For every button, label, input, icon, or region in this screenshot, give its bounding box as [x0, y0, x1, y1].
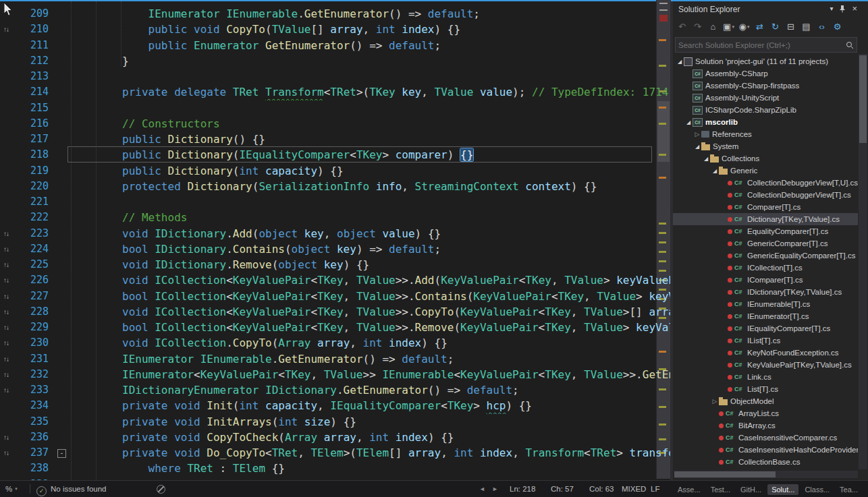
implements-indicator-icon[interactable]: ↑↓: [3, 25, 9, 34]
code-line[interactable]: [70, 100, 655, 116]
tree-item[interactable]: C#CaseInsensitiveComparer.cs: [673, 432, 858, 444]
implements-indicator-icon[interactable]: ↑↓: [3, 260, 9, 270]
show-all-files-icon[interactable]: ▤: [800, 20, 813, 34]
code-line[interactable]: [70, 194, 655, 210]
implements-indicator-icon[interactable]: ↑↓: [3, 355, 9, 364]
tree-item[interactable]: C#IList[T].cs: [673, 334, 858, 347]
search-icon[interactable]: [846, 41, 854, 49]
tree-item[interactable]: C#IComparer[T].cs: [673, 274, 858, 286]
code-line[interactable]: bool IDictionary.Contains(object key) =>…: [70, 241, 670, 257]
search-input[interactable]: [676, 41, 846, 49]
code-line[interactable]: public Enumerator GetEnumerator() => def…: [70, 38, 670, 53]
expanded-arrow-icon[interactable]: ◢: [702, 156, 710, 162]
expanded-arrow-icon[interactable]: ◢: [693, 144, 701, 150]
code-line[interactable]: void IDictionary.Remove(object key) {}: [70, 257, 670, 272]
tree-horizontal-scrollbar[interactable]: [674, 471, 858, 478]
code-line[interactable]: where TRet : TElem {}: [70, 461, 670, 476]
tree-item[interactable]: C#IEnumerator[T].cs: [673, 310, 858, 322]
line-number[interactable]: 232: [16, 367, 49, 382]
tool-window-tab[interactable]: Solut...: [767, 484, 798, 495]
code-line[interactable]: bool ICollection<KeyValuePair<TKey, TVal…: [70, 289, 670, 304]
collapsed-arrow-icon[interactable]: ▷: [711, 398, 719, 405]
line-number[interactable]: 215: [16, 100, 49, 116]
tree-item[interactable]: C#GenericEqualityComparer[T].cs: [673, 250, 858, 262]
code-line[interactable]: void IDictionary.Add(object key, object …: [70, 226, 670, 241]
line-number[interactable]: 211: [16, 38, 49, 53]
collapse-all-icon[interactable]: ⊟: [784, 20, 797, 34]
implements-indicator-icon[interactable]: ↑↓: [3, 245, 9, 254]
line-number[interactable]: 235: [16, 414, 49, 430]
line-number[interactable]: 237: [16, 445, 49, 461]
scrollbar-thumb[interactable]: [674, 471, 776, 477]
implements-indicator-icon[interactable]: ↑↓: [3, 339, 9, 348]
code-line[interactable]: IEnumerator<KeyValuePair<TKey, TValue>> …: [70, 367, 670, 382]
window-position-icon[interactable]: ▾: [830, 5, 833, 12]
implements-indicator-icon[interactable]: ↑↓: [3, 323, 9, 332]
tool-window-tab[interactable]: Tea...: [836, 484, 862, 495]
tree-item[interactable]: C#ICollection[T].cs: [673, 262, 858, 274]
code-editor[interactable]: 209IEnumerator IEnumerable.GetEnumerator…: [0, 1, 670, 480]
implements-indicator-icon[interactable]: ↑↓: [3, 370, 9, 380]
line-number[interactable]: 231: [16, 351, 49, 367]
tree-item[interactable]: C#ICSharpCode.SharpZipLib: [673, 104, 858, 116]
tree-item[interactable]: C#CollectionDebuggerView[T].cs: [673, 189, 858, 201]
code-line[interactable]: // Methods: [70, 210, 670, 225]
scroll-left-icon[interactable]: ◄: [479, 481, 485, 497]
line-number[interactable]: 224: [16, 241, 49, 257]
tree-item[interactable]: ▷ObjectModel: [673, 395, 858, 407]
line-number[interactable]: 229: [16, 320, 49, 335]
tree-item[interactable]: C#EqualityComparer[T].cs: [673, 225, 858, 237]
tool-window-tab[interactable]: Asse...: [674, 484, 705, 495]
code-line[interactable]: private void CopyToCheck(Array array, in…: [70, 430, 670, 445]
code-line[interactable]: private void InitArrays(int size) {}: [70, 414, 670, 430]
implements-indicator-icon[interactable]: ↑↓: [3, 276, 9, 285]
code-line[interactable]: public void CopyTo(TValue[] array, int i…: [70, 22, 670, 37]
line-number[interactable]: 230: [16, 335, 49, 351]
implements-indicator-icon[interactable]: ↑↓: [3, 433, 9, 442]
expanded-arrow-icon[interactable]: ◢: [684, 119, 693, 125]
code-line[interactable]: IEnumerator IEnumerable.GetEnumerator() …: [70, 351, 670, 367]
fold-collapse-icon[interactable]: -: [57, 449, 66, 458]
refresh-icon[interactable]: ↻: [769, 20, 782, 34]
tree-item[interactable]: C#CollectionBase.cs: [673, 456, 858, 468]
implements-indicator-icon[interactable]: ↑↓: [3, 292, 9, 301]
line-number[interactable]: 216: [16, 116, 49, 131]
sync-with-active-document-icon[interactable]: ⇄: [753, 20, 766, 34]
scrollbar-thumb[interactable]: [859, 55, 867, 143]
line-number[interactable]: 218: [16, 147, 49, 163]
tree-item[interactable]: C#KeyValuePair[TKey,TValue].cs: [673, 359, 858, 371]
switch-views-icon[interactable]: ▣▾: [722, 20, 735, 34]
line-number[interactable]: 227: [16, 289, 49, 304]
status-character[interactable]: Ch: 57: [551, 481, 574, 497]
back-icon[interactable]: ↶: [676, 20, 688, 34]
line-number[interactable]: 233: [16, 382, 49, 398]
suppressed-issues-icon[interactable]: [157, 485, 165, 494]
tree-item[interactable]: ◢Collections: [673, 152, 858, 165]
code-line[interactable]: void ICollection.CopyTo(Array array, int…: [70, 335, 670, 351]
line-number[interactable]: 234: [16, 398, 49, 413]
tree-item[interactable]: C#GenericComparer[T].cs: [673, 237, 858, 250]
status-column[interactable]: Col: 63: [589, 481, 614, 497]
filter-icon[interactable]: ◉▾: [738, 20, 751, 34]
line-number[interactable]: 228: [16, 304, 49, 320]
tree-vertical-scrollbar[interactable]: [859, 54, 867, 469]
tree-item[interactable]: ▷References: [673, 128, 858, 140]
code-line[interactable]: void ICollection<KeyValuePair<TKey, TVal…: [70, 272, 670, 288]
implements-indicator-icon[interactable]: ↑↓: [3, 308, 9, 317]
code-line[interactable]: [70, 69, 655, 84]
line-number[interactable]: 221: [16, 194, 49, 210]
code-line[interactable]: // Constructors: [70, 116, 670, 131]
tree-item[interactable]: C#Link.cs: [673, 371, 858, 383]
tree-item[interactable]: C#Assembly-UnityScript: [673, 92, 858, 104]
code-line[interactable]: }: [70, 53, 670, 69]
tree-item[interactable]: C#CollectionDebuggerView[T,U].cs: [673, 177, 858, 189]
code-line[interactable]: private void Init(int capacity, IEqualit…: [70, 398, 670, 413]
view-code-icon[interactable]: ‹›: [815, 20, 828, 34]
zoom-control[interactable]: %▾: [5, 481, 18, 497]
line-number[interactable]: 225: [16, 257, 49, 272]
expanded-arrow-icon[interactable]: ◢: [676, 59, 684, 65]
code-line[interactable]: IEnumerator IEnumerable.GetEnumerator() …: [70, 6, 670, 22]
tree-item[interactable]: C#IEnumerable[T].cs: [673, 298, 858, 310]
implements-indicator-icon[interactable]: ↑↓: [3, 229, 9, 239]
tool-window-tab[interactable]: GitH...: [736, 484, 765, 495]
